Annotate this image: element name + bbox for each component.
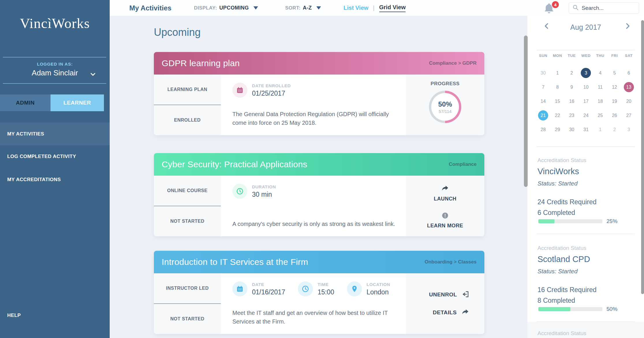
caret-down-icon [253, 6, 258, 10]
calendar-day[interactable]: 27 [622, 108, 636, 122]
field-label: DATE ENROLLED [252, 83, 291, 88]
calendar-day[interactable]: 5 [607, 66, 621, 80]
calendar-day[interactable]: 10 [579, 80, 593, 94]
panel-scrollbar[interactable] [641, 20, 644, 294]
calendar-day[interactable]: 3 [579, 66, 593, 80]
calendar-day[interactable]: 11 [593, 80, 607, 94]
calendar-day[interactable]: 20 [622, 94, 636, 108]
calendar-day[interactable]: 21 [536, 108, 550, 122]
card-header: GDPR learning plan Compliance > GDPR [154, 52, 484, 75]
activity-status: NOT STARTED [154, 304, 221, 334]
accreditation-name: Scotland CPD [537, 255, 638, 264]
sidebar: VincìWorks LOGGED IN AS: Adam Sinclair A… [0, 0, 110, 338]
details-label: DETAILS [433, 309, 457, 316]
card-category: Compliance [449, 161, 477, 167]
calendar-day[interactable]: 2 [607, 122, 621, 137]
chevron-down-icon[interactable] [89, 71, 97, 77]
day-header: MON [550, 53, 564, 58]
view-toggle: List View | Grid View [344, 0, 406, 16]
calendar-day[interactable]: 2 [565, 66, 579, 80]
calendar-day[interactable]: 25 [593, 108, 607, 122]
calendar-day[interactable]: 12 [607, 80, 621, 94]
day-header: TUE [565, 53, 579, 58]
calendar-day[interactable]: 17 [579, 94, 593, 108]
calendar-day[interactable]: 4 [593, 66, 607, 80]
sort-dropdown[interactable]: SORT: A-Z [285, 0, 321, 16]
calendar-day[interactable]: 28 [536, 122, 550, 137]
calendar-grid: 3012345678910111213141516171819202122232… [536, 66, 636, 137]
calendar-day[interactable]: 26 [607, 108, 621, 122]
activity-type: INSTRUCTOR LED [154, 273, 221, 304]
calendar-day[interactable]: 6 [622, 66, 636, 80]
calendar-day[interactable]: 24 [579, 108, 593, 122]
field-value: 15:00 [318, 288, 334, 296]
sidebar-item-log-completed-activity[interactable]: LOG COMPLETED ACTIVITY [0, 151, 110, 162]
notifications-bell[interactable]: 4 [543, 2, 556, 15]
calendar-day[interactable]: 18 [593, 94, 607, 108]
card-detail-column: DURATION 30 min A company's cyber securi… [221, 176, 406, 236]
card-description: Meet the IT staff and get an overview of… [232, 309, 399, 326]
calendar-next-button[interactable] [623, 22, 633, 31]
field-label: DATE [252, 282, 285, 287]
sort-value: A-Z [303, 5, 312, 11]
vinciworks-logo: VincìWorks [0, 15, 110, 31]
field-label: DURATION [252, 184, 276, 189]
sidebar-item-my-accreditations[interactable]: MY ACCREDITATIONS [0, 174, 110, 185]
accreditation-percent: 25% [606, 218, 617, 224]
calendar-day-headers: SUN MON TUE WED THU FRI SAT [536, 53, 636, 58]
sidebar-item-help[interactable]: HELP [0, 310, 110, 321]
main-scrollbar[interactable] [524, 36, 528, 187]
learn-more-button[interactable]: LEARN MORE [427, 212, 463, 229]
view-separator: | [373, 5, 374, 11]
accreditation-percent: 50% [606, 306, 617, 312]
field-label: LOCATION [367, 282, 390, 287]
search-input[interactable] [582, 5, 635, 11]
calendar-day[interactable]: 23 [565, 108, 579, 122]
unenrol-button[interactable]: UNENROL [429, 290, 469, 299]
details-button[interactable]: DETAILS [433, 308, 469, 317]
card-meta-column: LEARNING PLAN ENROLLED [154, 75, 221, 135]
calendar-day[interactable]: 29 [550, 122, 564, 137]
top-bar: My Activities DISPLAY: UPCOMING SORT: A-… [110, 0, 644, 16]
search-box[interactable] [569, 2, 639, 14]
day-header: WED [579, 53, 593, 58]
calendar-day[interactable]: 31 [579, 122, 593, 137]
list-view-link[interactable]: List View [344, 5, 368, 11]
learn-more-label: LEARN MORE [427, 223, 463, 229]
sidebar-item-my-activities[interactable]: MY ACTIVITIES [0, 122, 110, 145]
calendar-day[interactable]: 1 [593, 122, 607, 137]
calendar-day[interactable]: 16 [565, 94, 579, 108]
grid-view-link[interactable]: Grid View [379, 4, 406, 12]
calendar-day[interactable]: 3 [622, 122, 636, 137]
tab-learner[interactable]: LEARNER [51, 94, 104, 111]
card-actions-column: LAUNCH LEARN MORE [406, 176, 484, 236]
calendar-day[interactable]: 7 [536, 80, 550, 94]
calendar-day[interactable]: 30 [536, 66, 550, 80]
divider [3, 83, 106, 84]
notification-badge: 4 [551, 1, 559, 9]
location-pin-icon [347, 281, 362, 296]
field-date: DATE 01/16/2017 [232, 281, 285, 296]
unenrol-icon [462, 290, 469, 299]
calendar-day[interactable]: 9 [565, 80, 579, 94]
day-header: FRI [607, 53, 621, 58]
tab-admin[interactable]: ADMIN [0, 94, 51, 111]
calendar-day[interactable]: 1 [550, 66, 564, 80]
field-duration: DURATION 30 min [232, 184, 276, 199]
display-label: DISPLAY: [194, 5, 217, 11]
calendar-day[interactable]: 8 [550, 80, 564, 94]
accreditation-status: Status: Started [537, 180, 638, 187]
page-title: My Activities [129, 0, 171, 16]
field-value: 01/25/2017 [252, 90, 291, 97]
field-label: TIME [318, 282, 334, 287]
calendar-day[interactable]: 22 [550, 108, 564, 122]
calendar-day[interactable]: 15 [550, 94, 564, 108]
launch-button[interactable]: LAUNCH [434, 184, 456, 202]
divider [537, 50, 635, 50]
calendar-day[interactable]: 19 [607, 94, 621, 108]
calendar-day[interactable]: 13 [622, 80, 636, 94]
calendar-day[interactable]: 30 [565, 122, 579, 137]
display-dropdown[interactable]: DISPLAY: UPCOMING [194, 0, 258, 16]
calendar-day[interactable]: 14 [536, 94, 550, 108]
accreditation-section-label: Accreditation Status [537, 245, 638, 251]
